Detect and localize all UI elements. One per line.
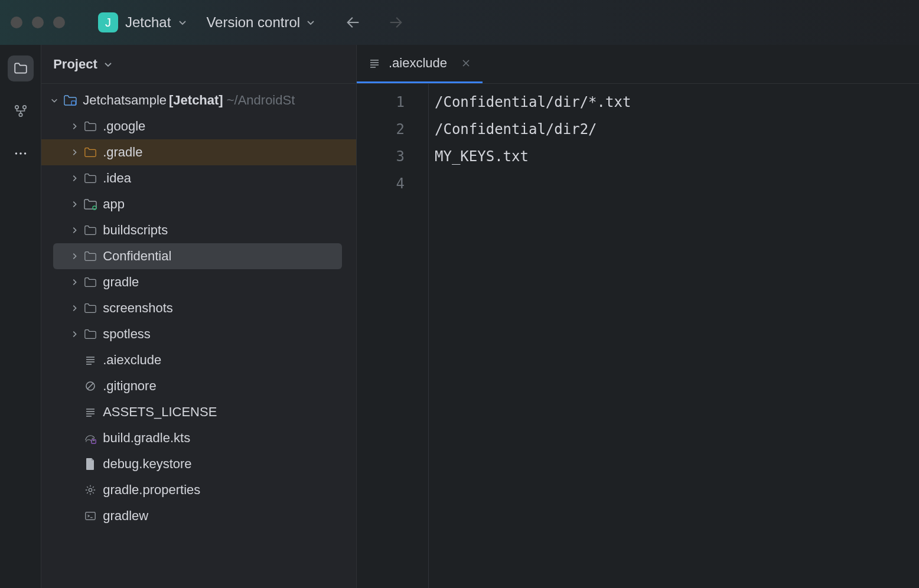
chevron-down-icon — [178, 18, 187, 27]
tree-item-spotless[interactable]: spotless — [41, 321, 356, 347]
file-lines-icon — [369, 57, 380, 69]
structure-icon — [13, 103, 28, 119]
project-folder-icon — [63, 94, 77, 107]
editor-code[interactable]: /Confidential/dir/*.txt/Confidential/dir… — [429, 84, 919, 588]
nav-arrows — [345, 14, 404, 31]
tree-item--google[interactable]: .google — [41, 113, 356, 139]
chevron-right-icon — [70, 200, 79, 208]
window-controls — [11, 17, 65, 28]
folder-icon — [82, 250, 99, 263]
gutter-line: 4 — [357, 170, 405, 197]
editor-body[interactable]: 1234 /Confidential/dir/*.txt/Confidentia… — [357, 84, 919, 588]
minimize-window-button[interactable] — [32, 17, 44, 28]
folder-icon — [82, 120, 99, 133]
vcs-menu-label: Version control — [206, 14, 300, 31]
svg-rect-8 — [71, 101, 76, 105]
tree-item--gradle[interactable]: .gradle — [41, 139, 356, 165]
project-selector[interactable]: J Jetchat — [98, 12, 187, 32]
tree-item-assets-license[interactable]: ASSETS_LICENSE — [41, 399, 356, 425]
tree-item-label: gradle — [103, 275, 139, 290]
chevron-right-icon — [70, 304, 79, 312]
chevron-right-icon — [70, 278, 79, 286]
tree-root-path: ~/AndroidSt — [227, 93, 295, 108]
folder-icon — [82, 276, 99, 289]
tree-root[interactable]: Jetchatsample [Jetchat] ~/AndroidSt — [41, 87, 356, 113]
ellipsis-icon — [13, 146, 28, 161]
code-line[interactable]: MY_KEYS.txt — [435, 143, 919, 170]
tree-item-label: gradlew — [103, 508, 148, 524]
tree-item-app[interactable]: app — [41, 191, 356, 217]
svg-point-2 — [15, 106, 18, 109]
chevron-down-icon — [103, 60, 113, 69]
project-panel: Project Jetchatsample [Jetchat] ~/Androi… — [41, 45, 357, 588]
gitignore-icon — [82, 380, 99, 392]
gear-icon — [82, 484, 99, 496]
gradle-icon — [82, 432, 99, 445]
chevron-down-icon — [306, 18, 315, 27]
chevron-right-icon — [70, 122, 79, 130]
svg-rect-22 — [86, 512, 95, 520]
svg-point-3 — [22, 106, 25, 109]
editor-tab-label: .aiexclude — [389, 55, 447, 71]
file-lines-icon — [82, 406, 99, 418]
tree-item-debug-keystore[interactable]: debug.keystore — [41, 451, 356, 477]
tree-item-label: build.gradle.kts — [103, 430, 190, 446]
editor-tab-aiexclude[interactable]: .aiexclude — [357, 45, 483, 83]
editor-area: .aiexclude 1234 /Confidential/dir/*.txt/… — [357, 45, 919, 588]
more-tool-button[interactable] — [8, 141, 34, 166]
tree-item-label: gradle.properties — [103, 482, 200, 498]
app-badge: J — [98, 12, 118, 32]
chevron-right-icon — [70, 252, 79, 260]
tree-item-gradle-properties[interactable]: gradle.properties — [41, 477, 356, 503]
tree-item--aiexclude[interactable]: .aiexclude — [41, 347, 356, 373]
maximize-window-button[interactable] — [53, 17, 65, 28]
tree-item-label: .google — [103, 119, 145, 134]
tree-item--gitignore[interactable]: .gitignore — [41, 373, 356, 399]
tree-item-label: ASSETS_LICENSE — [103, 404, 217, 420]
gutter-line: 1 — [357, 89, 405, 116]
terminal-icon — [82, 510, 99, 522]
tree-item-gradlew[interactable]: gradlew — [41, 503, 356, 529]
project-panel-title: Project — [53, 57, 97, 72]
project-panel-header[interactable]: Project — [41, 45, 356, 84]
chevron-right-icon — [70, 148, 79, 156]
structure-tool-button[interactable] — [8, 98, 34, 124]
vcs-menu[interactable]: Version control — [206, 14, 315, 31]
folder-icon — [82, 146, 99, 159]
chevron-down-icon — [50, 96, 58, 104]
tree-item-gradle[interactable]: gradle — [41, 269, 356, 295]
folder-icon — [13, 61, 28, 76]
tree-item--idea[interactable]: .idea — [41, 165, 356, 191]
close-tab-icon[interactable] — [461, 58, 471, 68]
tree-item-label: spotless — [103, 326, 151, 342]
tree-item-label: debug.keystore — [103, 456, 191, 472]
close-window-button[interactable] — [11, 17, 22, 28]
tree-root-name: Jetchatsample — [83, 93, 167, 108]
tree-item-build-gradle-kts[interactable]: build.gradle.kts — [41, 425, 356, 451]
titlebar: J Jetchat Version control — [0, 0, 919, 45]
tree-item-confidential[interactable]: Confidential — [53, 243, 342, 269]
tree-item-buildscripts[interactable]: buildscripts — [41, 217, 356, 243]
project-tree: Jetchatsample [Jetchat] ~/AndroidSt .goo… — [41, 84, 356, 529]
editor-tabbar: .aiexclude — [357, 45, 919, 84]
tree-item-label: screenshots — [103, 300, 173, 316]
chevron-right-icon — [70, 330, 79, 338]
gutter-line: 2 — [357, 116, 405, 143]
file-lines-icon — [82, 354, 99, 366]
app-name-label: Jetchat — [125, 14, 171, 31]
code-line[interactable]: /Confidential/dir2/ — [435, 116, 919, 143]
svg-point-5 — [15, 152, 17, 154]
code-line[interactable] — [435, 170, 919, 197]
tree-item-label: .idea — [103, 171, 131, 186]
nav-back-button[interactable] — [345, 14, 361, 31]
tree-item-label: .gradle — [103, 145, 142, 160]
folder-icon — [82, 172, 99, 185]
tree-item-screenshots[interactable]: screenshots — [41, 295, 356, 321]
tree-item-label: .aiexclude — [103, 352, 161, 368]
code-line[interactable]: /Confidential/dir/*.txt — [435, 89, 919, 116]
svg-line-15 — [87, 383, 93, 389]
project-tool-button[interactable] — [8, 55, 34, 81]
folder-icon — [82, 328, 99, 341]
tool-window-bar — [0, 45, 41, 588]
nav-forward-button — [387, 14, 404, 31]
